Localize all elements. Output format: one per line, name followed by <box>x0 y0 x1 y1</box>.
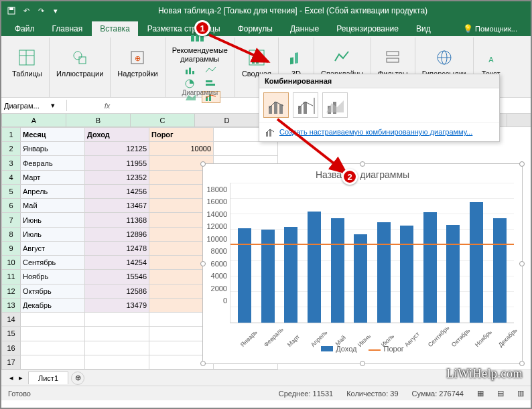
undo-icon[interactable]: ↶ <box>21 6 31 15</box>
svg-rect-15 <box>192 71 194 74</box>
bar[interactable] <box>423 212 437 323</box>
callout-1: 1 <box>194 20 210 36</box>
illustrations-button[interactable]: Иллюстрации <box>54 46 106 79</box>
addins-button[interactable]: ⊕Надстройки <box>115 46 160 79</box>
svg-rect-26 <box>295 53 298 64</box>
create-custom-combo-link[interactable]: Создать настраиваемую комбинированную ди… <box>259 122 499 141</box>
svg-text:⊕: ⊕ <box>135 54 141 62</box>
bar[interactable] <box>470 202 483 323</box>
title-bar: ↶ ↷ ▾ Новая таблица-2 [Только для чтения… <box>1 1 531 20</box>
col-H[interactable]: H <box>507 114 532 127</box>
tab-help[interactable]: 💡 Помощник... <box>455 21 525 36</box>
chevron-down-icon[interactable]: ▾ <box>51 101 55 110</box>
chart-title[interactable]: Название диаграммы <box>203 164 522 183</box>
svg-rect-43 <box>269 130 271 137</box>
combo-chart-dropdown: Комбинированная Создать настраиваемую ко… <box>259 74 500 142</box>
sheet-tab-1[interactable]: Лист1 <box>28 372 68 384</box>
sheet-nav-next-icon[interactable]: ▸ <box>19 374 23 382</box>
tab-formulas[interactable]: Формулы <box>230 21 281 36</box>
bar[interactable] <box>238 228 251 323</box>
svg-rect-18 <box>206 84 215 86</box>
view-pagebreak-icon[interactable]: ▥ <box>517 389 524 398</box>
svg-rect-2 <box>19 50 34 65</box>
svg-rect-35 <box>279 104 283 114</box>
svg-rect-37 <box>304 102 307 114</box>
svg-rect-25 <box>290 58 293 65</box>
tab-view[interactable]: Вид <box>408 21 439 36</box>
watermark: LiWiHelp.com <box>446 367 523 381</box>
col-B[interactable]: B <box>66 114 131 127</box>
combo-option-1[interactable] <box>263 92 289 118</box>
col-D[interactable]: D <box>195 114 259 127</box>
tables-button[interactable]: Таблицы <box>9 46 45 79</box>
name-box-input[interactable] <box>4 102 51 110</box>
bar[interactable] <box>446 225 460 323</box>
status-ready: Готово <box>8 390 31 398</box>
chart-object[interactable]: Название диаграммы 180001600014000120001… <box>202 163 523 364</box>
chart-pie-icon[interactable] <box>182 78 200 90</box>
svg-rect-9 <box>191 35 194 42</box>
name-box[interactable]: ▾ <box>1 100 67 111</box>
tab-file[interactable]: Файл <box>7 21 43 36</box>
bar[interactable] <box>354 234 367 323</box>
svg-rect-1 <box>9 7 13 10</box>
view-layout-icon[interactable]: ▤ <box>497 389 504 398</box>
svg-rect-28 <box>387 58 399 62</box>
chart-column-icon[interactable] <box>182 64 200 76</box>
bar[interactable] <box>400 226 413 323</box>
qat-dropdown-icon[interactable]: ▾ <box>51 6 60 15</box>
svg-rect-24 <box>256 54 259 64</box>
fx-icon[interactable]: fx <box>101 102 114 110</box>
tab-home[interactable]: Главная <box>44 21 91 36</box>
window-title: Новая таблица-2 [Только для чтения] - Ex… <box>60 6 525 15</box>
combo-option-3[interactable] <box>322 92 348 118</box>
redo-icon[interactable]: ↷ <box>36 6 46 15</box>
tab-insert[interactable]: Вставка <box>92 21 138 36</box>
bar[interactable] <box>493 218 507 323</box>
tab-data[interactable]: Данные <box>282 21 327 36</box>
callout-2: 2 <box>342 169 358 185</box>
svg-text:A: A <box>488 56 494 64</box>
plot-area[interactable] <box>230 183 514 323</box>
svg-rect-34 <box>274 102 277 114</box>
svg-point-5 <box>74 52 82 60</box>
bar[interactable] <box>284 227 297 323</box>
bar[interactable] <box>331 218 344 323</box>
status-bar: Готово Среднее: 11531 Количество: 39 Сум… <box>1 386 531 400</box>
col-A[interactable]: A <box>2 114 66 127</box>
y-axis: 1800016000140001200010000800060004000200… <box>203 183 230 323</box>
ribbon-tabs: Файл Главная Вставка Разметка страницы Ф… <box>1 20 531 36</box>
bar[interactable] <box>308 212 321 323</box>
chart-bar-icon[interactable] <box>202 78 220 90</box>
sheet-nav-prev-icon[interactable]: ◂ <box>9 374 13 382</box>
tab-review[interactable]: Рецензирование <box>328 21 407 36</box>
col-C[interactable]: C <box>131 114 195 127</box>
save-icon[interactable] <box>7 6 16 15</box>
svg-rect-14 <box>189 68 191 74</box>
new-sheet-button[interactable]: ⊕ <box>71 372 84 385</box>
svg-rect-6 <box>79 57 86 64</box>
chart-line-icon[interactable] <box>202 64 220 76</box>
svg-rect-13 <box>186 70 188 74</box>
view-normal-icon[interactable]: ▦ <box>477 389 484 398</box>
svg-rect-23 <box>252 57 255 64</box>
x-axis: ЯнварьФевральМартАпрельМайИюньИюльАвгуст… <box>203 323 514 341</box>
bar[interactable] <box>377 222 391 323</box>
combo-option-2[interactable] <box>293 92 318 118</box>
dropdown-title: Комбинированная <box>259 74 499 88</box>
svg-rect-17 <box>206 80 212 82</box>
threshold-line <box>230 244 514 245</box>
svg-rect-27 <box>387 52 399 56</box>
